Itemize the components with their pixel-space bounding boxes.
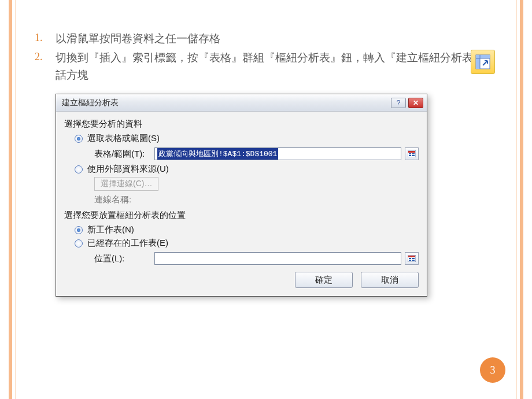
- svg-rect-8: [409, 258, 411, 259]
- dialog-body: 選擇您要分析的資料 選取表格或範圍(S) 表格/範圍(T): 政黨傾向與地區別!…: [56, 112, 427, 296]
- close-button[interactable]: ✕: [408, 98, 423, 108]
- slide-content: 以滑鼠單按問卷資料之任一儲存格 切換到『插入』索引標籤，按『表格』群組『樞紐分析…: [35, 30, 497, 297]
- radio-icon: [75, 165, 83, 173]
- location-label: 位置(L):: [94, 253, 154, 264]
- help-button[interactable]: ?: [391, 98, 406, 108]
- cancel-label: 取消: [381, 275, 398, 286]
- radio-icon: [75, 239, 83, 247]
- svg-rect-1: [408, 151, 415, 153]
- step-text: 以滑鼠單按問卷資料之任一儲存格: [56, 32, 220, 45]
- range-label: 表格/範圍(T):: [94, 149, 154, 160]
- svg-rect-5: [412, 155, 415, 156]
- range-input[interactable]: 政黨傾向與地區別!$A$1:$D$1001: [154, 147, 401, 160]
- ok-button[interactable]: 確定: [295, 272, 353, 288]
- pivot-table-ribbon-icon: [471, 50, 495, 74]
- radio-icon: [75, 135, 83, 143]
- svg-rect-7: [408, 256, 415, 257]
- svg-rect-2: [409, 153, 411, 154]
- cancel-button[interactable]: 取消: [361, 272, 419, 288]
- svg-rect-11: [412, 260, 415, 261]
- step-text: 切換到『插入』索引標籤，按『表格』群組『樞紐分析表』鈕，轉入『建立樞紐分析表』對…: [56, 51, 495, 80]
- option-label: 新工作表(N): [87, 224, 134, 235]
- svg-rect-14: [476, 55, 480, 69]
- option-new-sheet[interactable]: 新工作表(N): [75, 224, 419, 235]
- page-number-badge: 3: [480, 357, 505, 383]
- location-row: 位置(L):: [94, 252, 419, 265]
- step-list: 以滑鼠單按問卷資料之任一儲存格 切換到『插入』索引標籤，按『表格』群組『樞紐分析…: [35, 30, 497, 83]
- pivot-dialog: 建立樞紐分析表 ? ✕ 選擇您要分析的資料 選取表格或範圍(S) 表格/範圍(T…: [56, 94, 427, 297]
- range-value: 政黨傾向與地區別!$A$1:$D$1001: [157, 148, 278, 160]
- location-input[interactable]: [154, 252, 401, 265]
- svg-rect-4: [409, 155, 411, 156]
- page-number: 3: [490, 364, 496, 376]
- dialog-title: 建立樞紐分析表: [62, 98, 389, 108]
- location-picker-button[interactable]: [405, 252, 419, 265]
- range-row: 表格/範圍(T): 政黨傾向與地區別!$A$1:$D$1001: [94, 147, 419, 160]
- ok-label: 確定: [315, 275, 332, 286]
- section-placement: 選擇您要放置樞紐分析表的位置: [64, 210, 419, 221]
- radio-icon: [75, 226, 83, 234]
- step-item: 切換到『插入』索引標籤，按『表格』群組『樞紐分析表』鈕，轉入『建立樞紐分析表』對…: [35, 49, 497, 83]
- option-select-range[interactable]: 選取表格或範圍(S): [75, 133, 419, 144]
- dialog-buttons: 確定 取消: [64, 272, 419, 288]
- option-label: 選取表格或範圍(S): [87, 133, 160, 144]
- svg-rect-3: [412, 153, 415, 154]
- range-picker-button[interactable]: [405, 147, 419, 160]
- svg-rect-9: [412, 258, 415, 259]
- option-external-source[interactable]: 使用外部資料來源(U): [75, 164, 419, 175]
- choose-connection-button: 選擇連線(C)…: [94, 177, 158, 191]
- connection-name-label: 連線名稱:: [94, 194, 419, 205]
- option-label: 已經存在的工作表(E): [87, 238, 168, 249]
- option-existing-sheet[interactable]: 已經存在的工作表(E): [75, 238, 419, 249]
- step-item: 以滑鼠單按問卷資料之任一儲存格: [35, 30, 497, 47]
- option-label: 使用外部資料來源(U): [87, 164, 169, 175]
- section-data-source: 選擇您要分析的資料: [64, 119, 419, 130]
- svg-rect-10: [409, 260, 411, 261]
- dialog-titlebar: 建立樞紐分析表 ? ✕: [56, 94, 427, 112]
